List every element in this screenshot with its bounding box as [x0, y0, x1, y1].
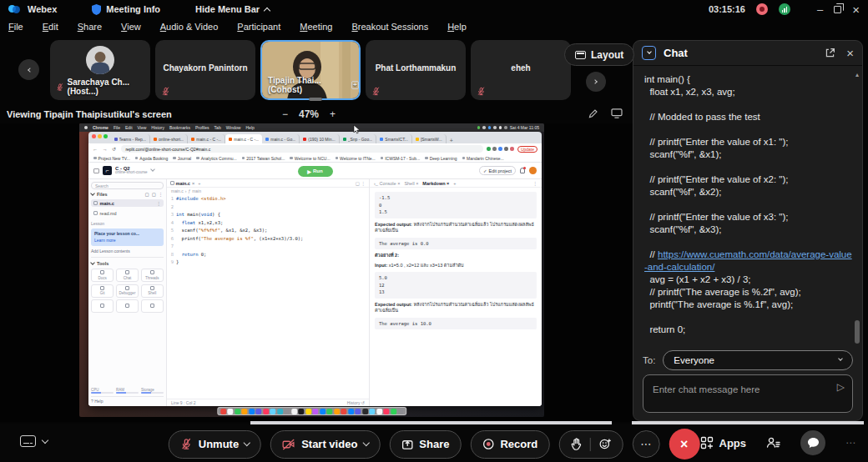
- participant-tile[interactable]: Sarachaya Ch... (Host...): [50, 40, 150, 100]
- tool-card[interactable]: Threads: [141, 269, 164, 282]
- tool-card[interactable]: [141, 299, 164, 313]
- participant-tile[interactable]: Phat Lorthammakun: [366, 40, 466, 100]
- help-link[interactable]: ? Help: [91, 396, 164, 404]
- bookmark-item[interactable]: ICWSM-17 - Sub...: [381, 156, 420, 161]
- tab-shell[interactable]: Shell ×: [404, 181, 418, 186]
- hide-menu-bar-button[interactable]: Hide Menu Bar: [195, 4, 270, 14]
- dock-app-icon[interactable]: [263, 409, 269, 414]
- dock-app-icon[interactable]: [355, 409, 361, 414]
- tool-card[interactable]: [116, 299, 139, 313]
- file-actions-icons[interactable]: ▢ ▢ ⋮: [145, 192, 164, 197]
- menu-item[interactable]: Meeting: [300, 22, 332, 32]
- lesson-card[interactable]: Place your lesson co... Learn more: [91, 228, 164, 246]
- chat-message-input[interactable]: Enter chat message here ▷: [643, 374, 853, 413]
- history-button[interactable]: History ↺: [347, 400, 365, 405]
- dock-app-icon[interactable]: [383, 409, 389, 414]
- chrome-tab[interactable]: main.c - C -...: [225, 134, 262, 143]
- video-options-chevron[interactable]: [362, 439, 369, 446]
- raise-hand-icon[interactable]: [570, 438, 581, 450]
- dock-app-icon[interactable]: [376, 409, 382, 414]
- zoom-level[interactable]: 47%: [299, 108, 319, 120]
- dock-app-icon[interactable]: [369, 409, 375, 414]
- participant-tile[interactable]: eheh: [471, 40, 571, 100]
- add-pin-icon[interactable]: +: [351, 81, 359, 89]
- leave-meeting-button[interactable]: ×: [669, 429, 699, 459]
- file-search-input[interactable]: Search: [91, 182, 164, 189]
- menu-item[interactable]: Audio & Video: [160, 22, 219, 32]
- menu-item[interactable]: File: [8, 22, 23, 32]
- address-bar[interactable]: replit.com/@online-short-course/C-Q2#mai…: [121, 145, 483, 153]
- chrome-tab[interactable]: (190) 10 Min...: [300, 134, 339, 143]
- dock-app-icon[interactable]: [348, 409, 354, 414]
- dock-app-icon[interactable]: [255, 409, 261, 414]
- editor-new-tab-button[interactable]: +: [198, 181, 200, 186]
- account-avatar[interactable]: [529, 167, 537, 174]
- menu-item[interactable]: View: [121, 22, 141, 32]
- recipient-select[interactable]: Everyone: [663, 350, 853, 370]
- run-button[interactable]: ▶Run: [298, 166, 333, 177]
- bookmark-item[interactable]: Analytics Commu...: [196, 156, 237, 161]
- recording-indicator[interactable]: [756, 3, 768, 15]
- chrome-tab[interactable]: online-short...: [150, 134, 188, 143]
- zoom-out-button[interactable]: −: [282, 108, 288, 120]
- dock-app-icon[interactable]: [241, 409, 247, 414]
- mac-dock[interactable]: [217, 407, 407, 415]
- mac-traffic-lights[interactable]: [92, 132, 111, 143]
- bookmark-item[interactable]: 2017 Taiwan Schol...: [242, 156, 285, 161]
- chat-close-icon[interactable]: ×: [846, 46, 854, 60]
- connection-indicator[interactable]: [779, 3, 790, 15]
- edit-project-button[interactable]: ✓Edit project: [479, 166, 516, 175]
- markdown-content[interactable]: -1.5 0 1.5 Expected output: หลังจากโปรแก…: [370, 188, 542, 406]
- closed-captions-icon[interactable]: [20, 435, 36, 447]
- bookmark-item[interactable]: Journal: [173, 156, 191, 161]
- bookmark-item[interactable]: Mandarin Chinese...: [462, 156, 504, 161]
- shared-screen-stage[interactable]: Chrome File Edit View History Bookmarks …: [0, 123, 633, 422]
- dock-app-icon[interactable]: [326, 409, 332, 414]
- filmstrip-next-button[interactable]: [586, 72, 606, 92]
- send-icon[interactable]: ▷: [837, 381, 845, 393]
- tool-card[interactable]: [91, 299, 114, 313]
- dock-app-icon[interactable]: [305, 409, 311, 414]
- editor-options-icons[interactable]: ▢ ⋮: [356, 181, 366, 186]
- dock-app-icon[interactable]: [284, 409, 290, 414]
- active-speaker-tile[interactable]: Tipajin Thai... (Cohost) +: [260, 40, 361, 100]
- mic-options-chevron[interactable]: [244, 439, 250, 446]
- share-button[interactable]: Share: [389, 430, 461, 459]
- layout-button[interactable]: Layout: [564, 43, 634, 66]
- chat-messages[interactable]: int main() { float x1, x2, x3, avg; // M…: [633, 67, 854, 337]
- extension-icons[interactable]: [487, 147, 514, 151]
- participant-tile[interactable]: Chayakorn Panintorn: [155, 40, 255, 100]
- code-lines[interactable]: 1 #include <stdio.h> 2: [167, 194, 369, 399]
- restore-button[interactable]: [834, 6, 841, 13]
- zoom-in-button[interactable]: +: [330, 108, 336, 120]
- nav-buttons[interactable]: ← → ↺: [93, 146, 118, 152]
- chat-link[interactable]: https://www.cuemath.com/data/average-val…: [644, 249, 852, 272]
- overflow-dots-icon[interactable]: ⋯: [845, 437, 856, 449]
- start-video-button[interactable]: Start video: [270, 430, 380, 459]
- bookmark-item[interactable]: Welcome to NCU...: [290, 156, 330, 161]
- tab-markdown[interactable]: Markdown ×: [422, 181, 449, 186]
- chrome-tab[interactable]: Teams - Rep...: [111, 134, 151, 143]
- menu-item[interactable]: Help: [447, 22, 467, 32]
- filmstrip-prev-button[interactable]: [18, 59, 39, 80]
- chat-collapse-button[interactable]: [642, 46, 656, 60]
- reactions-icon[interactable]: [598, 438, 611, 450]
- scroll-up-icon[interactable]: ▴: [855, 71, 859, 78]
- dock-app-icon[interactable]: [249, 409, 255, 414]
- chrome-update-button[interactable]: Update: [517, 146, 537, 153]
- dock-app-icon[interactable]: [312, 409, 318, 414]
- tool-card[interactable]: Shell: [141, 284, 164, 298]
- chrome-tab[interactable]: SmartsICT...: [376, 134, 412, 143]
- menu-item[interactable]: Participant: [237, 22, 280, 32]
- sidebar-toggle-icon[interactable]: [93, 168, 99, 173]
- chrome-tab[interactable]: [SmartsW...: [412, 134, 447, 143]
- chrome-tab[interactable]: _Snp - Goo...: [340, 134, 377, 143]
- chat-scrollbar-thumb[interactable]: [855, 320, 860, 344]
- dock-app-icon[interactable]: [391, 409, 396, 414]
- notifications-bell-icon[interactable]: [520, 168, 525, 173]
- dock-app-icon[interactable]: [320, 409, 326, 414]
- minimize-button[interactable]: –: [817, 4, 823, 15]
- file-main-c[interactable]: main.c⋮: [91, 199, 164, 207]
- dock-app-icon[interactable]: [277, 409, 283, 414]
- tab-console[interactable]: ›_ Console ×: [374, 181, 400, 186]
